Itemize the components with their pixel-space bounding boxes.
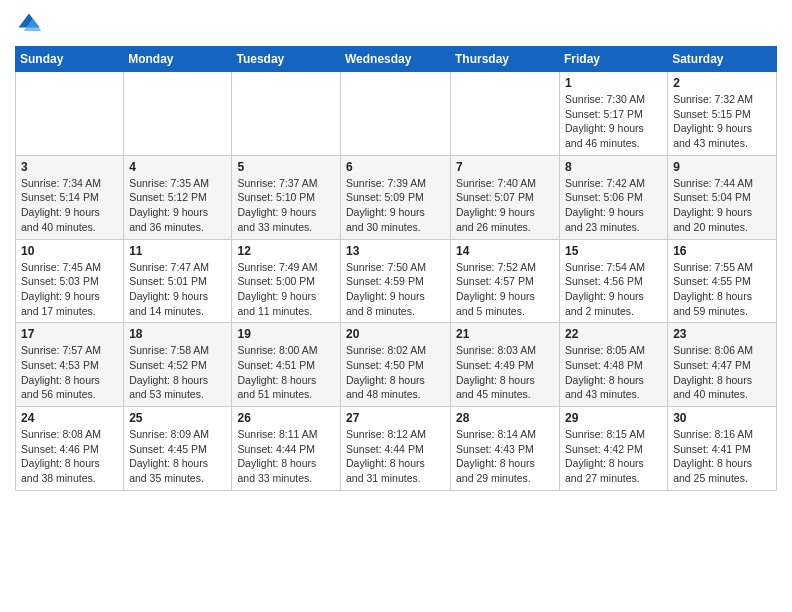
day-info: Sunrise: 7:42 AMSunset: 5:06 PMDaylight:… [565,176,662,235]
calendar-cell: 16Sunrise: 7:55 AMSunset: 4:55 PMDayligh… [668,239,777,323]
calendar-cell: 17Sunrise: 7:57 AMSunset: 4:53 PMDayligh… [16,323,124,407]
day-number: 14 [456,244,554,258]
calendar-cell [124,72,232,156]
calendar-week-row: 3Sunrise: 7:34 AMSunset: 5:14 PMDaylight… [16,155,777,239]
calendar-cell: 28Sunrise: 8:14 AMSunset: 4:43 PMDayligh… [451,407,560,491]
calendar-cell: 12Sunrise: 7:49 AMSunset: 5:00 PMDayligh… [232,239,341,323]
day-info: Sunrise: 8:08 AMSunset: 4:46 PMDaylight:… [21,427,118,486]
calendar-cell: 9Sunrise: 7:44 AMSunset: 5:04 PMDaylight… [668,155,777,239]
day-info: Sunrise: 8:00 AMSunset: 4:51 PMDaylight:… [237,343,335,402]
calendar-cell: 5Sunrise: 7:37 AMSunset: 5:10 PMDaylight… [232,155,341,239]
calendar-table: SundayMondayTuesdayWednesdayThursdayFrid… [15,46,777,491]
day-number: 29 [565,411,662,425]
calendar-week-row: 24Sunrise: 8:08 AMSunset: 4:46 PMDayligh… [16,407,777,491]
day-info: Sunrise: 7:35 AMSunset: 5:12 PMDaylight:… [129,176,226,235]
day-info: Sunrise: 8:06 AMSunset: 4:47 PMDaylight:… [673,343,771,402]
calendar-cell: 11Sunrise: 7:47 AMSunset: 5:01 PMDayligh… [124,239,232,323]
day-info: Sunrise: 8:16 AMSunset: 4:41 PMDaylight:… [673,427,771,486]
calendar-cell [451,72,560,156]
day-number: 17 [21,327,118,341]
calendar-cell: 27Sunrise: 8:12 AMSunset: 4:44 PMDayligh… [341,407,451,491]
calendar-cell [341,72,451,156]
day-info: Sunrise: 8:11 AMSunset: 4:44 PMDaylight:… [237,427,335,486]
logo [15,10,47,38]
calendar-cell: 15Sunrise: 7:54 AMSunset: 4:56 PMDayligh… [560,239,668,323]
day-number: 2 [673,76,771,90]
calendar-cell [232,72,341,156]
day-info: Sunrise: 7:39 AMSunset: 5:09 PMDaylight:… [346,176,445,235]
calendar-week-row: 1Sunrise: 7:30 AMSunset: 5:17 PMDaylight… [16,72,777,156]
calendar-cell: 3Sunrise: 7:34 AMSunset: 5:14 PMDaylight… [16,155,124,239]
day-number: 15 [565,244,662,258]
calendar-cell: 30Sunrise: 8:16 AMSunset: 4:41 PMDayligh… [668,407,777,491]
calendar-cell: 1Sunrise: 7:30 AMSunset: 5:17 PMDaylight… [560,72,668,156]
day-number: 1 [565,76,662,90]
day-number: 24 [21,411,118,425]
day-info: Sunrise: 7:50 AMSunset: 4:59 PMDaylight:… [346,260,445,319]
calendar-header-wednesday: Wednesday [341,47,451,72]
calendar-cell: 6Sunrise: 7:39 AMSunset: 5:09 PMDaylight… [341,155,451,239]
day-number: 18 [129,327,226,341]
day-number: 5 [237,160,335,174]
page: SundayMondayTuesdayWednesdayThursdayFrid… [0,0,792,501]
day-number: 12 [237,244,335,258]
day-info: Sunrise: 7:44 AMSunset: 5:04 PMDaylight:… [673,176,771,235]
day-info: Sunrise: 7:45 AMSunset: 5:03 PMDaylight:… [21,260,118,319]
calendar-header-monday: Monday [124,47,232,72]
day-info: Sunrise: 7:57 AMSunset: 4:53 PMDaylight:… [21,343,118,402]
day-number: 7 [456,160,554,174]
day-info: Sunrise: 7:58 AMSunset: 4:52 PMDaylight:… [129,343,226,402]
calendar-cell: 8Sunrise: 7:42 AMSunset: 5:06 PMDaylight… [560,155,668,239]
calendar-header-row: SundayMondayTuesdayWednesdayThursdayFrid… [16,47,777,72]
day-info: Sunrise: 7:34 AMSunset: 5:14 PMDaylight:… [21,176,118,235]
calendar-header-friday: Friday [560,47,668,72]
day-info: Sunrise: 8:12 AMSunset: 4:44 PMDaylight:… [346,427,445,486]
logo-icon [15,10,43,38]
header [15,10,777,38]
day-number: 25 [129,411,226,425]
day-number: 27 [346,411,445,425]
day-info: Sunrise: 7:47 AMSunset: 5:01 PMDaylight:… [129,260,226,319]
calendar-cell: 24Sunrise: 8:08 AMSunset: 4:46 PMDayligh… [16,407,124,491]
day-info: Sunrise: 8:03 AMSunset: 4:49 PMDaylight:… [456,343,554,402]
day-info: Sunrise: 8:05 AMSunset: 4:48 PMDaylight:… [565,343,662,402]
day-number: 21 [456,327,554,341]
day-info: Sunrise: 7:30 AMSunset: 5:17 PMDaylight:… [565,92,662,151]
day-info: Sunrise: 7:49 AMSunset: 5:00 PMDaylight:… [237,260,335,319]
calendar-cell: 25Sunrise: 8:09 AMSunset: 4:45 PMDayligh… [124,407,232,491]
day-number: 11 [129,244,226,258]
day-number: 4 [129,160,226,174]
day-number: 26 [237,411,335,425]
calendar-cell: 14Sunrise: 7:52 AMSunset: 4:57 PMDayligh… [451,239,560,323]
day-info: Sunrise: 7:37 AMSunset: 5:10 PMDaylight:… [237,176,335,235]
day-number: 16 [673,244,771,258]
calendar-cell: 20Sunrise: 8:02 AMSunset: 4:50 PMDayligh… [341,323,451,407]
day-info: Sunrise: 8:14 AMSunset: 4:43 PMDaylight:… [456,427,554,486]
calendar-header-sunday: Sunday [16,47,124,72]
day-number: 22 [565,327,662,341]
day-number: 30 [673,411,771,425]
day-number: 23 [673,327,771,341]
day-number: 6 [346,160,445,174]
day-info: Sunrise: 8:15 AMSunset: 4:42 PMDaylight:… [565,427,662,486]
calendar-cell: 26Sunrise: 8:11 AMSunset: 4:44 PMDayligh… [232,407,341,491]
calendar-cell: 4Sunrise: 7:35 AMSunset: 5:12 PMDaylight… [124,155,232,239]
day-number: 3 [21,160,118,174]
calendar-cell: 10Sunrise: 7:45 AMSunset: 5:03 PMDayligh… [16,239,124,323]
day-info: Sunrise: 7:52 AMSunset: 4:57 PMDaylight:… [456,260,554,319]
day-number: 9 [673,160,771,174]
day-number: 20 [346,327,445,341]
calendar-cell: 21Sunrise: 8:03 AMSunset: 4:49 PMDayligh… [451,323,560,407]
calendar-cell: 2Sunrise: 7:32 AMSunset: 5:15 PMDaylight… [668,72,777,156]
day-info: Sunrise: 8:09 AMSunset: 4:45 PMDaylight:… [129,427,226,486]
calendar-cell: 19Sunrise: 8:00 AMSunset: 4:51 PMDayligh… [232,323,341,407]
day-number: 19 [237,327,335,341]
day-info: Sunrise: 7:32 AMSunset: 5:15 PMDaylight:… [673,92,771,151]
calendar-cell: 18Sunrise: 7:58 AMSunset: 4:52 PMDayligh… [124,323,232,407]
day-info: Sunrise: 8:02 AMSunset: 4:50 PMDaylight:… [346,343,445,402]
calendar-cell: 22Sunrise: 8:05 AMSunset: 4:48 PMDayligh… [560,323,668,407]
calendar-week-row: 17Sunrise: 7:57 AMSunset: 4:53 PMDayligh… [16,323,777,407]
calendar-cell: 7Sunrise: 7:40 AMSunset: 5:07 PMDaylight… [451,155,560,239]
day-number: 13 [346,244,445,258]
calendar-cell: 29Sunrise: 8:15 AMSunset: 4:42 PMDayligh… [560,407,668,491]
